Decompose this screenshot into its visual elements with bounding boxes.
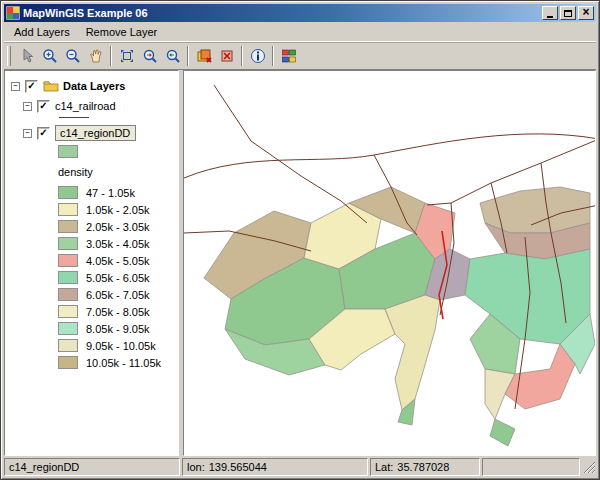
layer-add-button[interactable]	[192, 45, 215, 67]
legend-class-row: 1.05k - 2.05k	[5, 201, 178, 218]
content-area: − ✓ Data Layers − ✓ c14_railroad − ✓ c14…	[4, 70, 596, 456]
status-filler-panel	[482, 458, 580, 476]
region-layer-row: − ✓ c14_regionDD	[5, 124, 178, 142]
status-lat-panel: Lat: 35.787028	[370, 458, 480, 476]
zoom-previous-icon	[165, 48, 181, 64]
data-layers-checkbox[interactable]: ✓	[25, 80, 38, 93]
resize-grip-icon	[582, 458, 596, 474]
lat-value: 35.787028	[397, 461, 449, 473]
class-label: 7.05k - 8.05k	[86, 306, 150, 318]
lat-label: Lat:	[375, 461, 393, 473]
class-label: 3.05k - 4.05k	[86, 238, 150, 250]
class-label: 9.05k - 10.05k	[86, 340, 156, 352]
class-swatch	[58, 288, 78, 301]
legend-class-row: 8.05k - 9.05k	[5, 320, 178, 337]
select-icon	[19, 48, 35, 64]
zoom-previous-button[interactable]	[161, 45, 184, 67]
class-swatch	[58, 271, 78, 284]
class-label: 8.05k - 9.05k	[86, 323, 150, 335]
status-bar: c14_regionDD lon: 139.565044 Lat: 35.787…	[4, 456, 596, 476]
toolbar	[4, 42, 596, 70]
tree-root-row: − ✓ Data Layers	[5, 77, 178, 95]
railroad-checkbox[interactable]: ✓	[37, 100, 50, 113]
class-swatch	[58, 356, 78, 369]
pan-button[interactable]	[84, 45, 107, 67]
menu-remove-layer[interactable]: Remove Layer	[78, 24, 166, 40]
railroad-layer-row: − ✓ c14_railroad	[5, 97, 178, 115]
class-swatch	[58, 186, 78, 199]
symbology-button[interactable]	[277, 45, 300, 67]
class-swatch	[58, 254, 78, 267]
class-label: 1.05k - 2.05k	[86, 204, 150, 216]
railroad-line-symbol	[59, 117, 89, 118]
status-lon-panel: lon: 139.565044	[182, 458, 368, 476]
zoom-out-button[interactable]	[61, 45, 84, 67]
class-label: 47 - 1.05k	[86, 187, 135, 199]
toolbar-separator	[241, 46, 243, 66]
legend-panel: − ✓ Data Layers − ✓ c14_railroad − ✓ c14…	[4, 70, 179, 456]
classification-field-label: density	[58, 166, 178, 178]
toolbar-separator	[110, 46, 112, 66]
legend-class-row: 4.05k - 5.05k	[5, 252, 178, 269]
class-swatch	[58, 220, 78, 233]
toolbar-separator	[187, 46, 189, 66]
close-icon: ×	[582, 6, 589, 18]
folder-icon	[43, 80, 59, 92]
lon-label: lon:	[187, 461, 205, 473]
class-swatch	[58, 305, 78, 318]
railroad-layer-label[interactable]: c14_railroad	[55, 100, 116, 112]
legend-class-row: 3.05k - 4.05k	[5, 235, 178, 252]
legend-class-row: 6.05k - 7.05k	[5, 286, 178, 303]
layer-add-icon	[196, 48, 212, 64]
zoom-to-layer-icon	[142, 48, 158, 64]
status-layer-name: c14_regionDD	[9, 461, 79, 473]
class-label: 6.05k - 7.05k	[86, 289, 150, 301]
region-checkbox[interactable]: ✓	[37, 127, 50, 140]
layer-clear-icon	[219, 48, 235, 64]
app-icon	[6, 6, 20, 20]
zoom-full-extent-icon	[119, 48, 135, 64]
map-area	[183, 70, 596, 456]
legend-class-row: 5.05k - 6.05k	[5, 269, 178, 286]
legend-class-row: 2.05k - 3.05k	[5, 218, 178, 235]
zoom-to-layer-button[interactable]	[138, 45, 161, 67]
minimize-icon	[547, 16, 553, 18]
collapse-icon[interactable]: −	[23, 102, 32, 111]
class-swatch	[58, 322, 78, 335]
menu-add-layers[interactable]: Add Layers	[6, 24, 78, 40]
close-button[interactable]: ×	[578, 6, 594, 20]
class-label: 5.05k - 6.05k	[86, 272, 150, 284]
pan-icon	[88, 48, 104, 64]
menu-bar: Add Layers Remove Layer	[4, 22, 596, 42]
identify-icon	[250, 48, 266, 64]
legend-class-row: 10.05k - 11.05k	[5, 354, 178, 371]
data-layers-label[interactable]: Data Layers	[63, 80, 125, 92]
layer-clear-button[interactable]	[215, 45, 238, 67]
maximize-icon	[564, 10, 572, 17]
map-canvas[interactable]	[184, 71, 596, 456]
identify-button[interactable]	[246, 45, 269, 67]
zoom-full-extent-button[interactable]	[115, 45, 138, 67]
class-swatch	[58, 237, 78, 250]
symbology-icon	[281, 48, 297, 64]
region-layer-label[interactable]: c14_regionDD	[55, 125, 136, 141]
class-label: 10.05k - 11.05k	[86, 357, 161, 369]
legend-class-row: 7.05k - 8.05k	[5, 303, 178, 320]
select-button[interactable]	[15, 45, 38, 67]
legend-class-row: 9.05k - 10.05k	[5, 337, 178, 354]
status-layer-panel: c14_regionDD	[4, 458, 180, 476]
lon-value: 139.565044	[209, 461, 267, 473]
zoom-out-icon	[65, 48, 81, 64]
minimize-button[interactable]	[542, 6, 558, 20]
toolbar-grip[interactable]	[7, 46, 11, 66]
resize-grip[interactable]	[582, 458, 596, 476]
zoom-in-button[interactable]	[38, 45, 61, 67]
collapse-icon[interactable]: −	[23, 129, 32, 138]
toolbar-separator	[272, 46, 274, 66]
class-swatch	[58, 339, 78, 352]
collapse-icon[interactable]: −	[11, 82, 20, 91]
zoom-in-icon	[42, 48, 58, 64]
title-bar: MapWinGIS Example 06 ×	[4, 4, 596, 22]
maximize-button[interactable]	[560, 6, 576, 20]
legend-class-row: 47 - 1.05k	[5, 184, 178, 201]
